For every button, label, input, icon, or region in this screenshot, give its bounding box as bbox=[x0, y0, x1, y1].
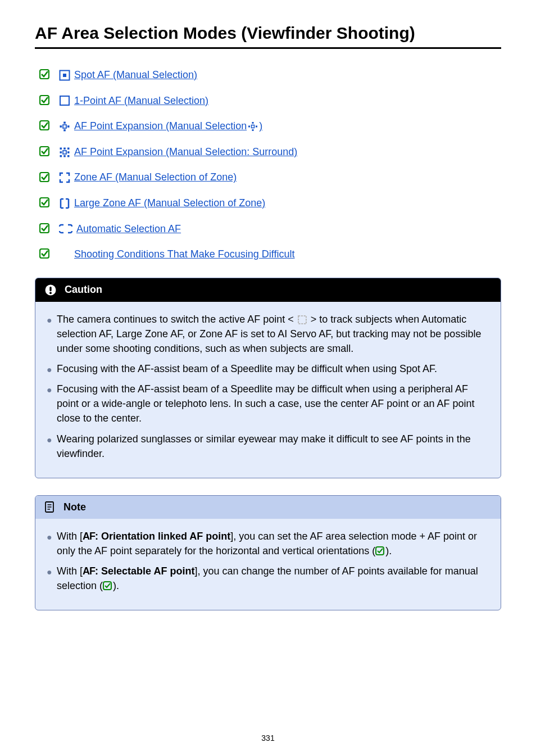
svg-rect-27 bbox=[40, 198, 49, 207]
link-label: Zone AF (Manual Selection of Zone) bbox=[74, 171, 237, 184]
link-auto-af[interactable]: Automatic Selection AF bbox=[35, 223, 501, 236]
link-label-trailing: ) bbox=[259, 120, 262, 133]
link-expansion-cross[interactable]: AF Point Expansion (Manual Selection ) bbox=[35, 120, 501, 133]
caution-bullet: ● Focusing with the AF-assist beam of a … bbox=[47, 361, 489, 376]
svg-rect-17 bbox=[63, 151, 66, 154]
svg-rect-15 bbox=[256, 125, 257, 127]
note-box: Note ● With [AF: Orientation linked AF p… bbox=[35, 495, 501, 610]
auto-af-icon bbox=[58, 224, 73, 234]
check-icon bbox=[39, 197, 49, 209]
note-icon bbox=[44, 501, 56, 513]
link-expansion-surround[interactable]: AF Point Expansion (Manual Selection: Su… bbox=[35, 146, 501, 159]
link-1point-af[interactable]: 1-Point AF (Manual Selection) bbox=[35, 95, 501, 107]
link-label: AF Point Expansion (Manual Selection: Su… bbox=[74, 146, 297, 159]
note-bullet: ● With [AF: Orientation linked AF point]… bbox=[47, 529, 489, 558]
af-point-icon bbox=[298, 315, 307, 324]
bullet-text-bold: : Selectable AF point bbox=[95, 565, 194, 577]
svg-rect-38 bbox=[376, 547, 384, 555]
expansion-surround-icon bbox=[58, 147, 71, 158]
af-glyph: AF bbox=[83, 531, 95, 542]
link-spot-af[interactable]: Spot AF (Manual Selection) bbox=[35, 69, 501, 82]
bullet-icon: ● bbox=[47, 565, 57, 578]
svg-rect-3 bbox=[40, 96, 49, 105]
af-glyph: AF bbox=[83, 565, 95, 577]
svg-rect-7 bbox=[63, 121, 66, 124]
expansion-cross-icon bbox=[58, 121, 71, 132]
svg-rect-2 bbox=[63, 74, 66, 77]
bullet-text-pre: The camera continues to switch the activ… bbox=[57, 314, 297, 325]
svg-rect-21 bbox=[60, 151, 62, 153]
check-icon bbox=[39, 146, 49, 158]
svg-rect-11 bbox=[252, 125, 255, 128]
check-icon bbox=[39, 172, 49, 184]
zone-af-icon bbox=[58, 172, 71, 183]
bullet-text: The camera continues to switch the activ… bbox=[57, 312, 489, 356]
svg-rect-20 bbox=[67, 147, 70, 150]
note-header: Note bbox=[35, 496, 501, 519]
bullet-icon: ● bbox=[47, 531, 57, 544]
check-icon bbox=[39, 69, 49, 81]
bullet-icon: ● bbox=[47, 363, 57, 376]
svg-rect-33 bbox=[298, 316, 306, 324]
svg-rect-12 bbox=[252, 122, 254, 124]
bullet-text: With [AF: Selectable AF point], you can … bbox=[57, 564, 489, 593]
page-link-icon[interactable] bbox=[103, 578, 113, 593]
svg-rect-0 bbox=[40, 70, 49, 79]
note-title: Note bbox=[63, 501, 86, 513]
expansion-cross-icon-inline bbox=[248, 121, 258, 132]
link-label: AF Point Expansion (Manual Selection bbox=[74, 120, 247, 133]
caution-bullet: ● Focusing with the AF-assist beam of a … bbox=[47, 382, 489, 425]
svg-rect-22 bbox=[67, 151, 70, 153]
svg-rect-18 bbox=[60, 147, 62, 150]
page-number: 331 bbox=[261, 734, 274, 743]
bullet-text: Focusing with the AF-assist beam of a Sp… bbox=[57, 382, 489, 425]
caution-bullet: ● Wearing polarized sunglasses or simila… bbox=[47, 432, 489, 461]
svg-rect-9 bbox=[60, 125, 62, 128]
large-zone-af-icon bbox=[58, 198, 71, 209]
bullet-text-post2: ). bbox=[385, 545, 392, 556]
link-large-zone-af[interactable]: Large Zone AF (Manual Selection of Zone) bbox=[35, 197, 501, 210]
link-label: Automatic Selection AF bbox=[76, 223, 181, 236]
caution-title: Caution bbox=[65, 284, 102, 296]
svg-rect-26 bbox=[40, 173, 49, 182]
link-label: 1-Point AF (Manual Selection) bbox=[74, 95, 208, 107]
bullet-icon: ● bbox=[47, 383, 57, 396]
link-zone-af[interactable]: Zone AF (Manual Selection of Zone) bbox=[35, 171, 501, 184]
svg-rect-23 bbox=[60, 155, 62, 157]
bullet-text: Focusing with the AF-assist beam of a Sp… bbox=[57, 361, 489, 376]
svg-rect-28 bbox=[40, 224, 49, 233]
svg-rect-6 bbox=[63, 125, 66, 128]
svg-rect-10 bbox=[67, 125, 70, 128]
bullet-text: With [AF: Orientation linked AF point], … bbox=[57, 529, 489, 558]
page-link-icon[interactable] bbox=[375, 544, 385, 558]
svg-rect-25 bbox=[67, 155, 70, 157]
link-label: Shooting Conditions That Make Focusing D… bbox=[74, 248, 295, 261]
link-list: Spot AF (Manual Selection) 1-Point AF (M… bbox=[35, 69, 501, 261]
bullet-text-post2: ). bbox=[113, 580, 119, 591]
link-label: Large Zone AF (Manual Selection of Zone) bbox=[74, 197, 265, 210]
link-label: Spot AF (Manual Selection) bbox=[74, 69, 197, 82]
caution-icon bbox=[44, 284, 57, 296]
svg-rect-39 bbox=[103, 582, 111, 590]
check-icon bbox=[39, 95, 49, 107]
check-icon bbox=[39, 120, 49, 132]
note-bullet: ● With [AF: Selectable AF point], you ca… bbox=[47, 564, 489, 593]
bullet-text: Wearing polarized sunglasses or similar … bbox=[57, 432, 489, 461]
svg-rect-5 bbox=[40, 121, 49, 130]
bullet-icon: ● bbox=[47, 314, 57, 327]
svg-rect-19 bbox=[63, 147, 66, 150]
caution-body: ● The camera continues to switch the act… bbox=[35, 302, 501, 478]
note-body: ● With [AF: Orientation linked AF point]… bbox=[35, 519, 501, 610]
svg-rect-31 bbox=[49, 287, 51, 291]
caution-box: Caution ● The camera continues to switch… bbox=[35, 278, 501, 478]
page-title: AF Area Selection Modes (Viewfinder Shoo… bbox=[35, 24, 501, 49]
link-shooting-conditions[interactable]: Shooting Conditions That Make Focusing D… bbox=[35, 248, 501, 261]
svg-rect-16 bbox=[40, 147, 49, 156]
1point-af-icon bbox=[58, 95, 71, 106]
bullet-icon: ● bbox=[47, 433, 57, 446]
svg-point-32 bbox=[49, 292, 52, 294]
svg-rect-29 bbox=[40, 249, 49, 258]
caution-bullet: ● The camera continues to switch the act… bbox=[47, 312, 489, 356]
check-icon bbox=[39, 248, 49, 260]
spot-af-icon bbox=[58, 70, 71, 81]
